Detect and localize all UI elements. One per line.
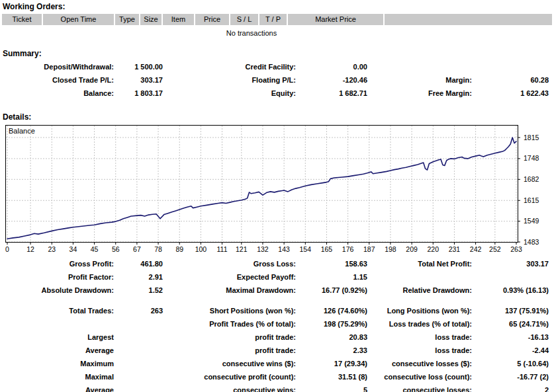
stats-row: Averageconsecutive wins:5consecutive los… [0,383,554,392]
stat-label: Equity: [163,87,296,100]
stats-row: Profit Trades (% of total):198 (75.29%)L… [0,317,554,331]
stat-label: profit trade: [163,344,296,357]
stat-value: 60.28 [472,73,549,87]
stat-label: Expected Payoff: [163,270,296,284]
y-axis-tick-label: 1748 [524,154,539,162]
chart-legend-label: Balance [9,127,35,135]
x-axis-tick-label: 231 [449,245,461,253]
y-axis-tick-label: 1615 [524,196,539,204]
stat-label: consecutive wins: [163,383,296,392]
stat-label [0,317,114,331]
stat-label: Closed Trade P/L: [0,73,114,87]
x-axis-tick-label: 154 [300,245,312,253]
stats-row: Total Trades:263Short Positions (won %):… [0,304,554,317]
x-axis-tick-label: 176 [342,245,354,253]
stats-row: Largestprofit trade:20.83loss trade:-16.… [0,331,554,344]
y-axis-tick-label: 1483 [524,238,539,246]
stats-row: Averageprofit trade:2.33loss trade:-2.44 [0,344,554,357]
stat-label: Credit Facility: [163,60,296,73]
stat-label: Largest [0,331,114,344]
account-statement-page: { "working_orders": { "title": "Working … [0,0,554,392]
y-axis-tick-label: 1682 [524,175,539,183]
stat-label [367,60,472,73]
x-axis-tick-label: 242 [470,245,482,253]
details-rows: Gross Profit:461.80Gross Loss:158.63Tota… [0,257,554,392]
stat-label: Free Margin: [367,87,472,100]
stat-value: 198 (75.29%) [296,317,367,331]
stat-label: profit trade: [163,331,296,344]
stat-label: Profit Trades (% of total): [163,317,296,331]
stat-value: 1.15 [296,270,367,284]
summary-rows: Deposit/Withdrawal:1 500.00Credit Facili… [0,60,554,100]
x-axis-tick-label: 67 [133,245,141,253]
column-header-s-l: S / L [230,14,258,25]
x-axis-tick-label: 198 [385,245,396,253]
stat-value: 126 (74.60%) [296,304,367,317]
column-header-type: Type [115,14,139,25]
x-axis-tick-label: 45 [91,245,99,253]
x-axis-tick-label: 187 [363,245,375,253]
x-axis-tick-label: 0 [5,245,9,253]
no-transactions-message: No transactions [0,29,503,38]
chart-border [6,126,518,243]
stat-label: Margin: [367,73,472,87]
stat-label: Total Trades: [0,304,114,317]
stat-value: 303.17 [114,73,163,87]
stat-value: 137 (75.91%) [472,304,549,317]
column-header-open-time: Open Time [43,14,114,25]
stat-value: 20.83 [296,331,367,344]
x-axis-tick-label: 165 [321,245,333,253]
stats-row: Balance:1 803.17Equity:1 682.71Free Marg… [0,87,554,100]
y-axis-tick-label: 1815 [524,134,539,141]
stat-label: Gross Loss: [163,257,296,270]
stat-label: Maximal Drawdown: [163,284,296,297]
stat-label: Gross Profit: [0,257,114,270]
working-orders-header-row: TicketOpen TimeTypeSizeItemPriceS / LT /… [2,14,552,25]
stats-row: Maximalconsecutive profit (count):31.51 … [0,370,554,383]
working-orders-title: Working Orders: [0,0,554,12]
x-axis-tick-label: 209 [406,245,418,253]
stats-row: Maximumconsecutive wins ($):17 (29.34)co… [0,357,554,370]
stat-label: consecutive profit (count): [163,370,296,383]
stat-value: 1 622.43 [472,87,549,100]
stat-label: Long Positions (won %): [367,304,472,317]
stat-label: Balance: [0,87,114,100]
stats-row: Deposit/Withdrawal:1 500.00Credit Facili… [0,60,554,73]
stat-value: -2.44 [472,344,549,357]
stat-value: 16.77 (0.92%) [296,284,367,297]
column-header-ticket: Ticket [2,14,42,25]
stat-value: 2 [472,383,549,392]
stat-value: -16.13 [472,331,549,344]
stat-label: consecutive losses ($): [367,357,472,370]
stat-value [114,344,163,357]
x-axis-tick-label: 143 [278,245,290,253]
column-header-t-p: T / P [259,14,287,25]
x-axis-tick-label: 78 [154,245,162,253]
column-header-size: Size [140,14,162,25]
stat-label: Deposit/Withdrawal: [0,60,114,73]
x-axis-tick-label: 23 [48,245,56,253]
stat-value [114,357,163,370]
details-title: Details: [0,110,554,122]
x-axis-tick-label: 100 [195,245,207,253]
stat-value [114,370,163,383]
stat-label: Average [0,383,114,392]
stat-value [114,317,163,331]
stat-label: Absolute Drawdown: [0,284,114,297]
stat-label: Average [0,344,114,357]
stat-value: 5 (-10.64) [472,357,549,370]
column-header-item: Item [163,14,194,25]
stat-label: Maximum [0,357,114,370]
stat-label: Loss trades (% of total): [367,317,472,331]
stat-value: -16.77 (2) [472,370,549,383]
balance-chart-svg: 0122334455667788910011112113214315416517… [5,125,554,255]
x-axis-tick-label: 12 [26,245,34,253]
stat-label [367,270,472,284]
balance-chart: 0122334455667788910011112113214315416517… [5,125,554,256]
stat-label: Relative Drawdown: [367,284,472,297]
stat-value [472,270,549,284]
stat-label: Short Positions (won %): [163,304,296,317]
stat-label: consecutive wins ($): [163,357,296,370]
stat-label: loss trade: [367,344,472,357]
x-axis-tick-label: 121 [236,245,248,253]
